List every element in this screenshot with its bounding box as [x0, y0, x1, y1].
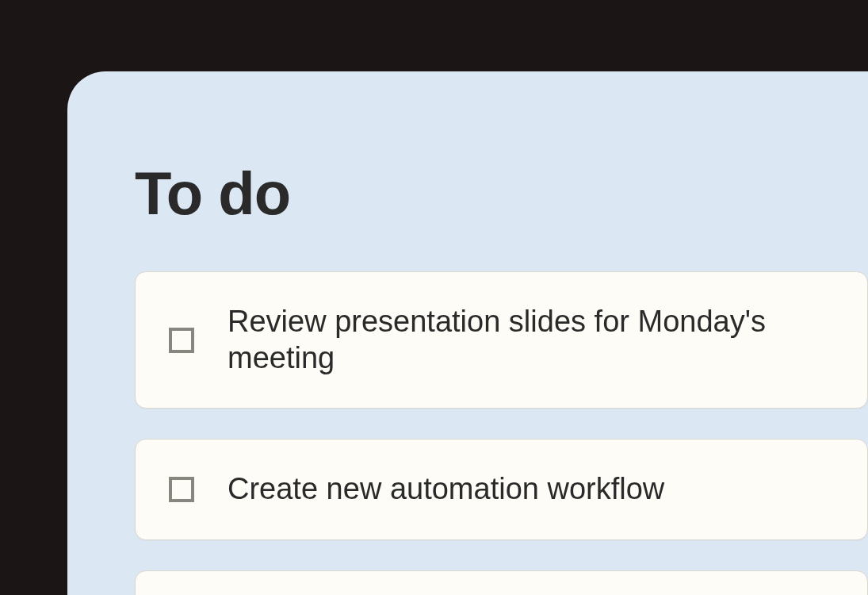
task-label: Review presentation slides for Monday's …	[228, 304, 835, 376]
page-title: To do	[135, 159, 868, 228]
task-item[interactable]: Review presentation slides for Monday's …	[135, 271, 868, 409]
checkbox-icon[interactable]	[169, 477, 194, 502]
checkbox-icon[interactable]	[169, 328, 194, 353]
todo-panel: To do Review presentation slides for Mon…	[67, 71, 868, 595]
task-label: Create new automation workflow	[228, 471, 664, 508]
task-item[interactable]: Create new automation workflow	[135, 439, 868, 540]
task-item[interactable]: Conduct market research	[135, 570, 868, 595]
task-list: Review presentation slides for Monday's …	[135, 271, 868, 595]
